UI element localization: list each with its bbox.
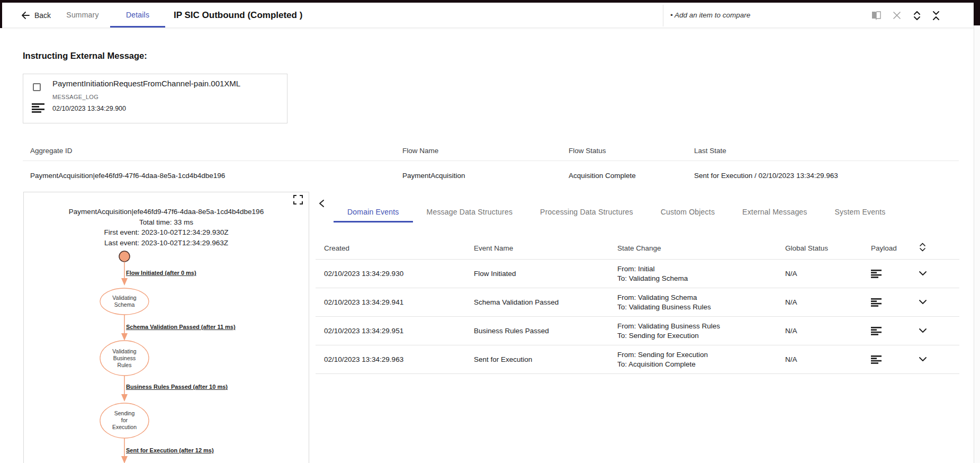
aggregate-id-value: PaymentAcquisition|efe46fd9-47f6-4daa-8e…	[30, 172, 402, 180]
event-state-change: From: Sending for Execution To: Acquisit…	[617, 350, 785, 369]
payload-icon[interactable]	[871, 270, 882, 278]
flow-name-value: PaymentAcquisition	[402, 172, 569, 180]
edge-label-schema-validation-passed: Schema Validation Passed (after 11 ms)	[126, 324, 236, 330]
flow-diagram-graphic	[24, 245, 310, 463]
event-name: Flow Initiated	[474, 270, 617, 278]
event-global-status: N/A	[785, 327, 871, 335]
col-created: Created	[324, 244, 474, 252]
event-name: Business Rules Passed	[474, 327, 617, 335]
tab-external-messages[interactable]: External Messages	[729, 203, 821, 222]
fullscreen-icon[interactable]	[293, 195, 304, 206]
event-row[interactable]: 02/10/2023 13:34:29.951 Business Rules P…	[316, 317, 959, 345]
summary-table-row: PaymentAcquisition|efe46fd9-47f6-4daa-8e…	[23, 161, 959, 190]
compare-panel-icon[interactable]	[870, 10, 882, 21]
edge-label-sent-for-execution: Sent for Execution (after 12 ms)	[126, 447, 214, 453]
compare-divider	[663, 5, 663, 26]
sort-icon[interactable]	[919, 242, 927, 252]
expand-row-icon[interactable]	[919, 271, 927, 276]
tab-summary[interactable]: Summary	[58, 3, 107, 28]
col-flow-name: Flow Name	[402, 147, 569, 155]
event-row[interactable]: 02/10/2023 13:34:29.930 Flow Initiated F…	[316, 260, 959, 288]
flow-summary-table: Aggregate ID Flow Name Flow Status Last …	[23, 141, 959, 190]
tab-message-data-structures[interactable]: Message Data Structures	[413, 203, 527, 222]
message-checkbox[interactable]	[33, 83, 41, 91]
flow-diagram-header: PaymentAcquisition|efe46fd9-47f6-4daa-8e…	[24, 207, 309, 248]
flow-status-value: Acquisition Complete	[569, 172, 694, 180]
top-bar: Back Summary Details IP SIC Outbound (Co…	[2, 3, 974, 28]
message-type-label: MESSAGE_LOG	[52, 94, 98, 100]
tab-system-events[interactable]: System Events	[821, 203, 900, 222]
compare-hint-text: • Add an item to compare	[670, 3, 750, 28]
col-global-status: Global Status	[785, 244, 871, 252]
payload-icon[interactable]	[871, 327, 882, 335]
message-timestamp: 02/10/2023 13:34:29.900	[52, 105, 126, 112]
back-arrow-icon	[21, 12, 30, 19]
event-global-status: N/A	[785, 270, 871, 278]
node-label-validating-schema: Validating Schema	[98, 295, 151, 308]
close-icon[interactable]	[891, 10, 903, 21]
event-name: Schema Validation Passed	[474, 298, 617, 306]
events-table-header: Created Event Name State Change Global S…	[316, 222, 959, 260]
event-created: 02/10/2023 13:34:29.963	[324, 355, 474, 363]
window-frame-left	[0, 0, 2, 28]
payload-icon[interactable]	[871, 298, 882, 307]
payload-icon[interactable]	[871, 355, 882, 364]
page-title: IP SIC Outbound (Completed )	[174, 3, 302, 28]
col-payload: Payload	[871, 244, 919, 252]
flow-start-node	[119, 251, 130, 262]
unfold-more-icon[interactable]	[911, 10, 923, 21]
col-state-change: State Change	[617, 244, 785, 252]
instructing-message-card: PaymentInitiationRequestFromChannel-pain…	[23, 74, 287, 123]
domain-events-table: Created Event Name State Change Global S…	[316, 222, 959, 374]
flow-total-time: Total time: 33 ms	[24, 217, 309, 228]
event-global-status: N/A	[785, 355, 871, 363]
tab-domain-events[interactable]: Domain Events	[334, 203, 413, 222]
col-flow-status: Flow Status	[569, 147, 694, 155]
flow-diagram-panel: PaymentAcquisition|efe46fd9-47f6-4daa-8e…	[23, 192, 309, 463]
event-state-change: From: Validating Schema To: Validating B…	[617, 293, 785, 311]
window-frame-top	[0, 0, 980, 3]
tab-processing-data-structures[interactable]: Processing Data Structures	[526, 203, 647, 222]
back-button[interactable]: Back	[21, 3, 51, 28]
event-row[interactable]: 02/10/2023 13:34:29.963 Sent for Executi…	[316, 345, 959, 374]
expand-row-icon[interactable]	[919, 300, 927, 305]
detail-tabs: Domain Events Message Data Structures Pr…	[334, 203, 900, 222]
event-state-change: From: Initial To: Validating Schema	[617, 264, 785, 283]
tab-details[interactable]: Details	[110, 3, 165, 28]
unfold-less-icon[interactable]	[930, 10, 942, 21]
edge-label-flow-initiated: Flow Initiated (after 0 ms)	[126, 270, 196, 276]
flow-first-event: First event: 2023-10-02T12:34:29.930Z	[24, 227, 309, 238]
event-created: 02/10/2023 13:34:29.930	[324, 270, 474, 278]
event-row[interactable]: 02/10/2023 13:34:29.941 Schema Validatio…	[316, 288, 959, 317]
flow-title: PaymentAcquisition|efe46fd9-47f6-4daa-8e…	[24, 207, 309, 217]
section-title: Instructing External Message:	[23, 51, 147, 61]
summary-table-header: Aggregate ID Flow Name Flow Status Last …	[23, 141, 959, 161]
vertical-scrollbar[interactable]	[974, 0, 980, 463]
payload-log-icon[interactable]	[32, 103, 44, 113]
col-event-name: Event Name	[474, 244, 617, 252]
event-global-status: N/A	[785, 298, 871, 306]
back-label: Back	[34, 11, 51, 20]
node-label-sending-for-execution: Sending for Execution	[98, 410, 151, 431]
edge-label-business-rules-passed: Business Rules Passed (after 10 ms)	[126, 384, 228, 390]
col-aggregate-id: Aggregate ID	[30, 147, 402, 155]
app-root: Back Summary Details IP SIC Outbound (Co…	[0, 0, 980, 463]
col-last-state: Last State	[694, 147, 959, 155]
scrollbar-thumb[interactable]	[974, 0, 980, 25]
tab-custom-objects[interactable]: Custom Objects	[647, 203, 729, 222]
last-state-value: Sent for Execution / 02/10/2023 13:34:29…	[694, 172, 959, 180]
message-title: PaymentInitiationRequestFromChannel-pain…	[52, 79, 240, 88]
event-name: Sent for Execution	[474, 355, 617, 363]
expand-row-icon[interactable]	[919, 357, 927, 362]
node-label-validating-business-rules: Validating Business Rules	[98, 348, 151, 369]
event-state-change: From: Validating Business Rules To: Send…	[617, 322, 785, 340]
event-created: 02/10/2023 13:34:29.941	[324, 298, 474, 306]
collapse-panel-icon[interactable]	[318, 199, 328, 209]
expand-row-icon[interactable]	[919, 328, 927, 333]
event-created: 02/10/2023 13:34:29.951	[324, 327, 474, 335]
